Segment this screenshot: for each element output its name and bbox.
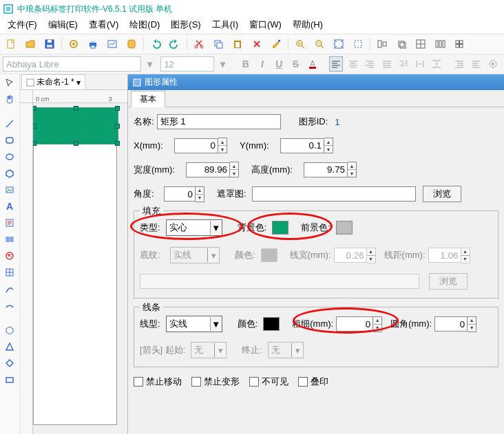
open-button[interactable] [23, 36, 38, 52]
id-label: 图形ID: [299, 116, 328, 128]
angle-spinner[interactable]: ▲▼ [164, 186, 204, 202]
svg-rect-19 [278, 40, 280, 42]
qrcode-tool[interactable] [3, 250, 16, 262]
hidden-checkbox[interactable]: 不可见 [249, 376, 288, 388]
spacing-button[interactable] [397, 57, 410, 71]
x-spinner[interactable]: ▲▼ [174, 138, 227, 153]
name-input[interactable] [157, 114, 281, 129]
line-color-swatch[interactable] [263, 317, 280, 331]
font-size-combo[interactable] [160, 56, 214, 72]
layer-button[interactable] [394, 36, 409, 52]
menu-window[interactable]: 窗口(W) [244, 17, 287, 34]
font-name-combo[interactable] [3, 56, 141, 72]
overprint-checkbox[interactable]: 叠印 [298, 376, 328, 388]
brush-button[interactable] [269, 36, 284, 52]
indent-button[interactable] [453, 57, 465, 71]
align-right-button[interactable] [364, 57, 376, 71]
redo-button[interactable] [167, 36, 182, 52]
arrow-end-label: 终止: [242, 344, 262, 356]
align-left-button[interactable] [329, 56, 343, 72]
menu-edit[interactable]: 编辑(E) [43, 17, 83, 34]
menu-help[interactable]: 帮助(H) [287, 17, 328, 34]
color-button[interactable] [306, 57, 319, 71]
menu-file[interactable]: 文件(F) [2, 17, 43, 34]
font-size-dropdown[interactable]: ▾ [216, 57, 229, 71]
zoom-sel-button[interactable] [350, 36, 366, 52]
select-tool[interactable] [3, 76, 16, 89]
canvas[interactable] [33, 103, 127, 434]
zoom-in-button[interactable] [293, 36, 308, 52]
misc-button[interactable] [452, 36, 467, 52]
outdent-button[interactable] [470, 57, 483, 71]
ellipse-tool[interactable] [3, 151, 16, 163]
pan-tool[interactable] [3, 93, 16, 105]
dist-button[interactable] [432, 36, 448, 52]
rounded-rect-tool[interactable] [3, 134, 16, 147]
image-tool[interactable] [3, 184, 16, 196]
curve-tool[interactable] [3, 283, 16, 295]
italic-button[interactable]: I [256, 57, 269, 71]
grid-button[interactable] [413, 36, 428, 52]
bold-button[interactable]: B [240, 57, 252, 71]
grid-tool[interactable] [3, 266, 16, 279]
menu-draw[interactable]: 绘图(D) [124, 17, 165, 34]
cut-button[interactable] [191, 36, 207, 52]
save-button[interactable] [42, 36, 57, 52]
mask-browse-button[interactable]: 浏览 [423, 186, 461, 202]
barcode-tool[interactable] [3, 233, 16, 246]
svg-rect-46 [6, 378, 13, 382]
rect-tool[interactable] [3, 373, 16, 386]
delete-button[interactable] [249, 36, 264, 52]
tab-basic[interactable]: 基本 [131, 91, 165, 107]
align-button[interactable] [375, 36, 390, 52]
strike-button[interactable]: S [289, 57, 302, 71]
bg-color-swatch[interactable] [272, 221, 288, 235]
menu-view[interactable]: 查看(V) [83, 17, 124, 34]
char-spacing-button[interactable] [414, 57, 426, 71]
richtext-tool[interactable] [3, 217, 16, 229]
y-spinner[interactable]: ▲▼ [280, 138, 333, 153]
document-tab[interactable]: 未命名-1 * ▾ [21, 74, 85, 89]
undo-button[interactable] [148, 36, 163, 52]
height-spinner[interactable]: ▲▼ [304, 162, 357, 177]
line-height-button[interactable] [430, 57, 443, 71]
bg-color-label: 背景色: [238, 221, 267, 234]
line-tool[interactable] [3, 118, 16, 130]
line-type-combo[interactable]: 实线▼ [166, 316, 222, 332]
zoom-fit-button[interactable] [331, 36, 346, 52]
menu-tool[interactable]: 工具(I) [207, 17, 244, 34]
line-thick-spinner[interactable]: ▲▼ [336, 316, 382, 332]
new-button[interactable] [3, 36, 19, 52]
fill-type-combo[interactable]: 实心▼ [166, 219, 222, 236]
arc-tool[interactable] [3, 299, 16, 312]
copy-button[interactable] [211, 36, 226, 52]
preview-button[interactable] [105, 36, 120, 52]
linedist-label: 线距(mm): [384, 249, 426, 261]
menu-shape[interactable]: 图形(S) [165, 17, 206, 34]
svg-rect-33 [460, 41, 463, 44]
font-name-dropdown[interactable]: ▾ [143, 57, 156, 71]
fg-color-swatch[interactable] [336, 221, 353, 235]
settings-button[interactable] [66, 36, 81, 52]
align-justify-button[interactable] [380, 57, 392, 71]
selected-rectangle[interactable] [33, 107, 118, 144]
lock-resize-checkbox[interactable]: 禁止变形 [191, 376, 240, 388]
underline-button[interactable]: U [273, 57, 285, 71]
print-button[interactable] [85, 36, 101, 52]
triangle-tool[interactable] [3, 340, 16, 353]
width-spinner[interactable]: ▲▼ [186, 162, 239, 177]
diamond-tool[interactable] [3, 357, 16, 369]
more-fmt-button[interactable] [487, 57, 499, 71]
zoom-out-button[interactable] [312, 36, 327, 52]
lock-move-checkbox[interactable]: 禁止移动 [134, 376, 182, 388]
main-toolbar [0, 34, 504, 54]
polygon-tool[interactable] [3, 167, 16, 180]
app-icon [3, 4, 13, 14]
paste-button[interactable] [230, 36, 245, 52]
mask-input[interactable] [252, 186, 416, 202]
align-center-button[interactable] [347, 57, 359, 71]
text-tool[interactable]: A [3, 200, 16, 213]
line-radius-spinner[interactable]: ▲▼ [434, 316, 476, 332]
star-tool[interactable] [3, 324, 16, 336]
database-button[interactable] [124, 36, 139, 52]
